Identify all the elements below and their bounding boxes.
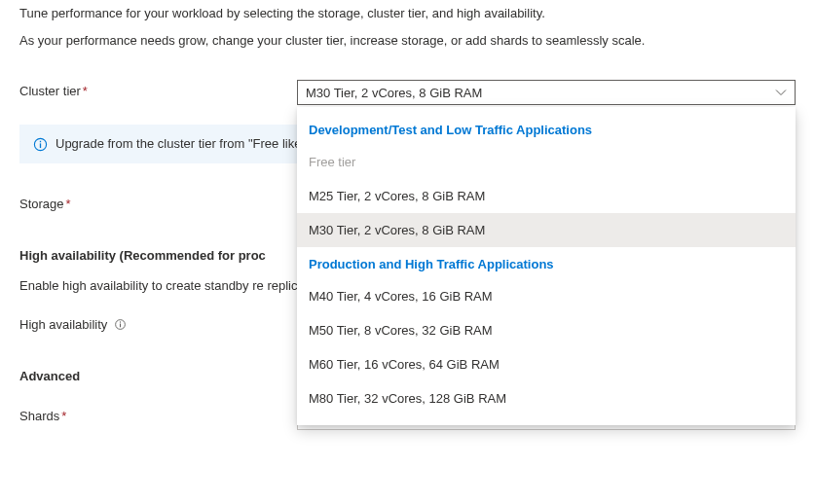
required-asterisk: *	[61, 409, 66, 423]
svg-rect-5	[120, 321, 121, 322]
info-icon	[32, 136, 48, 152]
intro-line-1: Tune performance for your workload by se…	[19, 4, 796, 23]
storage-label-text: Storage	[19, 197, 64, 211]
cluster-tier-dropdown: Development/Test and Low Traffic Applica…	[297, 107, 796, 425]
cluster-tier-row: Cluster tier* M30 Tier, 2 vCores, 8 GiB …	[19, 80, 796, 105]
high-availability-label: High availability	[19, 317, 107, 332]
svg-rect-2	[39, 140, 40, 142]
dropdown-option[interactable]: M80 Tier, 32 vCores, 128 GiB RAM	[297, 381, 796, 415]
chevron-down-icon	[775, 87, 787, 98]
dropdown-option[interactable]: M25 Tier, 2 vCores, 8 GiB RAM	[297, 179, 796, 213]
dropdown-option: Free tier	[297, 145, 796, 179]
cluster-tier-label-text: Cluster tier	[19, 84, 81, 98]
svg-rect-1	[39, 143, 40, 148]
dropdown-group-header: Production and High Traffic Applications	[297, 247, 796, 279]
cluster-tier-select-input[interactable]: M30 Tier, 2 vCores, 8 GiB RAM	[297, 80, 796, 105]
dropdown-option[interactable]: M40 Tier, 4 vCores, 16 GiB RAM	[297, 279, 796, 313]
required-asterisk: *	[66, 197, 71, 211]
dropdown-option[interactable]: M60 Tier, 16 vCores, 64 GiB RAM	[297, 347, 796, 381]
required-asterisk: *	[83, 84, 88, 98]
dropdown-option[interactable]: M30 Tier, 2 vCores, 8 GiB RAM	[297, 213, 796, 247]
intro-line-2: As your performance needs grow, change y…	[19, 31, 796, 51]
cluster-tier-select: M30 Tier, 2 vCores, 8 GiB RAM Developmen…	[297, 80, 796, 105]
cluster-tier-selected-value: M30 Tier, 2 vCores, 8 GiB RAM	[306, 86, 482, 100]
shards-label-text: Shards	[19, 409, 59, 423]
dropdown-option[interactable]: M50 Tier, 8 vCores, 32 GiB RAM	[297, 313, 796, 347]
cluster-tier-label: Cluster tier*	[19, 80, 297, 98]
svg-rect-4	[120, 324, 121, 328]
info-hint-icon[interactable]	[113, 318, 127, 332]
dropdown-group-header: Development/Test and Low Traffic Applica…	[297, 113, 796, 145]
shards-label: Shards*	[19, 405, 297, 423]
